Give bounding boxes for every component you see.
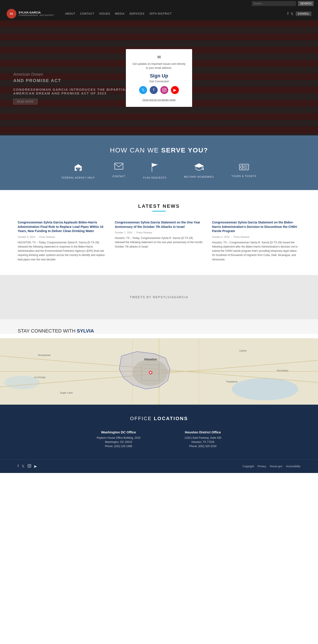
stay-section: STAY CONNECTED WITH SYLVIA xyxy=(0,319,318,334)
nav-contact[interactable]: CONTACT xyxy=(80,12,94,15)
map-svg: Houston Hempstead Liberty Sugar Land Pas… xyxy=(0,338,318,405)
svg-rect-3 xyxy=(78,168,79,170)
svg-marker-1 xyxy=(74,164,82,167)
news-section: LATEST NEWS Congresswoman Sylvia Garcia … xyxy=(0,190,318,275)
popup-icon: ✉ xyxy=(132,54,186,60)
header: SG SYLVIA GARCIA CONGRESSWOMAN · 29TH DI… xyxy=(0,7,318,20)
footer-housegov-link[interactable]: House.gov xyxy=(270,465,282,468)
offices-section: OFFICE LOCATIONS Washington DC Office Ra… xyxy=(0,405,318,460)
popup-description: Get updates on important issues sent dir… xyxy=(132,62,186,70)
footer-copyright-link[interactable]: Copyright xyxy=(243,465,254,468)
office-houston: Houston District Office 11811 East Freew… xyxy=(184,430,221,449)
office-dc-address: Rayburn House Office Building, 2419 Wash… xyxy=(97,436,140,449)
graduation-icon xyxy=(194,163,204,173)
svg-text:La Grange: La Grange xyxy=(34,376,45,378)
main-nav: ABOUT CONTACT ISSUES MEDIA SERVICES 29TH… xyxy=(65,12,172,15)
search-input[interactable] xyxy=(252,1,296,6)
logo-area[interactable]: SG SYLVIA GARCIA CONGRESSWOMAN · 29TH DI… xyxy=(7,9,54,18)
logo-subtitle: CONGRESSWOMAN · 29TH DISTRICT xyxy=(18,14,54,16)
office-houston-address: 11811 East Freeway, Suite 430 Houston, T… xyxy=(184,436,221,449)
logo-circle: SG xyxy=(7,9,16,18)
serve-title-bold: SERVE YOU? xyxy=(161,146,208,154)
ticket-icon xyxy=(239,163,249,172)
svg-point-29 xyxy=(150,372,152,374)
top-bar: SEARCH xyxy=(0,0,318,7)
nav-services[interactable]: SERVICES xyxy=(129,12,145,15)
news-title-1[interactable]: Congresswoman Sylvia Garcia Applauds Bid… xyxy=(18,220,106,234)
instagram-icon[interactable] xyxy=(160,86,168,94)
news-title-3[interactable]: Congresswoman Sylvia Garcia Statement on… xyxy=(212,220,300,234)
twitter-icon[interactable]: 𝕏 xyxy=(139,86,147,94)
serve-flag[interactable]: FLAG REQUESTS xyxy=(143,163,166,179)
hero-section: ✉ Get updates on important issues sent d… xyxy=(0,20,318,136)
serve-tours[interactable]: TOURS & TICKETS xyxy=(231,163,256,179)
footer-youtube-link[interactable]: ▶ xyxy=(34,464,37,468)
flag-icon xyxy=(151,163,159,174)
news-date-2: October 7, 2024 xyxy=(115,231,132,234)
facebook-icon[interactable]: f xyxy=(150,86,158,94)
serve-military-label: MILITARY ACADEMIES xyxy=(184,176,214,178)
footer-accessibility-link[interactable]: Accessibility xyxy=(286,465,300,468)
news-item-2: Congresswoman Sylvia Garcia Statement on… xyxy=(115,220,203,262)
news-body-1: HOUSTON, TX – Today, Congresswoman Sylvi… xyxy=(18,240,106,262)
svg-text:Pasadena: Pasadena xyxy=(226,380,237,383)
header-social: f 𝕏 ESPAÑOL xyxy=(287,12,311,16)
popup-signup-label[interactable]: Sign Up xyxy=(132,73,186,79)
nav-media[interactable]: MEDIA xyxy=(115,12,125,15)
office-houston-name: Houston District Office xyxy=(184,430,221,434)
nav-district[interactable]: 29TH DISTRICT xyxy=(149,12,171,15)
news-sep-2: | xyxy=(134,231,135,234)
footer-facebook-link[interactable]: f xyxy=(18,464,18,468)
language-button[interactable]: ESPAÑOL xyxy=(296,12,311,16)
office-dc-name: Washington DC Office xyxy=(97,430,140,434)
nav-issues[interactable]: ISSUES xyxy=(99,12,110,15)
news-tag-2: Press Release xyxy=(137,231,152,234)
serve-federal-agency[interactable]: FEDERAL AGENCY HELP xyxy=(62,163,95,179)
envelope-icon xyxy=(114,163,123,172)
news-title-2[interactable]: Congresswoman Sylvia Garcia Statement on… xyxy=(115,220,203,229)
stay-title: STAY CONNECTED WITH SYLVIA xyxy=(18,328,300,334)
offices-grid: Washington DC Office Rayburn House Offic… xyxy=(18,430,300,449)
header-facebook-link[interactable]: f xyxy=(287,12,288,16)
news-date-1: October 8, 2024 xyxy=(18,236,35,238)
news-body-2: Houston, TX – Today, Congresswoman Sylvi… xyxy=(115,236,203,249)
nav-about[interactable]: ABOUT xyxy=(65,12,75,15)
svg-text:Houston: Houston xyxy=(145,358,157,361)
footer-socials: f 𝕏 ▶ xyxy=(18,464,37,468)
serve-section: HOW CAN WE SERVE YOU? FEDERAL AGENCY HEL… xyxy=(0,136,318,190)
tweets-title: TWEETS BY REPSYLVIAGARCIA xyxy=(130,295,188,299)
serve-title-text: HOW CAN WE xyxy=(110,146,161,154)
news-tag-3: Press Release xyxy=(234,236,250,238)
office-dc: Washington DC Office Rayburn House Offic… xyxy=(97,430,140,449)
svg-rect-9 xyxy=(203,166,203,169)
footer-instagram-link[interactable] xyxy=(28,464,31,468)
news-sep-1: | xyxy=(37,236,37,238)
offices-title-bold: LOCATIONS xyxy=(154,416,188,421)
news-title: LATEST NEWS xyxy=(18,203,300,209)
svg-point-10 xyxy=(202,168,204,170)
footer-twitter-link[interactable]: 𝕏 xyxy=(22,464,24,468)
svg-text:Hempstead: Hempstead xyxy=(38,354,50,356)
popup-overlay: ✉ Get updates on important issues sent d… xyxy=(0,20,318,136)
serve-contact[interactable]: CONTACT xyxy=(112,163,126,179)
footer: f 𝕏 ▶ Copyright Privacy House.gov Access… xyxy=(0,460,318,473)
news-meta-3: October 5, 2024 | Press Release xyxy=(212,236,300,238)
news-tag-1: Press Release xyxy=(39,236,55,238)
serve-military[interactable]: MILITARY ACADEMIES xyxy=(184,163,214,179)
serve-tours-label: TOURS & TICKETS xyxy=(231,175,256,178)
serve-contact-label: CONTACT xyxy=(112,175,126,178)
svg-text:Liberty: Liberty xyxy=(239,349,247,352)
popup-connected-label: Get Connected xyxy=(132,80,186,83)
tweets-section: TWEETS BY REPSYLVIAGARCIA xyxy=(0,275,318,319)
search-button[interactable]: SEARCH xyxy=(298,1,314,6)
serve-icons: FEDERAL AGENCY HELP CONTACT FLAG REQUEST… xyxy=(13,163,305,179)
popup-close-button[interactable]: Close and do not display again xyxy=(143,98,175,101)
footer-links: Copyright Privacy House.gov Accessibilit… xyxy=(243,465,300,468)
footer-privacy-link[interactable]: Privacy xyxy=(258,465,266,468)
youtube-icon[interactable]: ▶ xyxy=(171,86,179,94)
offices-title: OFFICE LOCATIONS xyxy=(18,416,300,422)
header-twitter-link[interactable]: 𝕏 xyxy=(291,12,294,16)
building-icon xyxy=(74,163,83,174)
svg-rect-4 xyxy=(79,168,80,170)
svg-rect-5 xyxy=(77,170,79,171)
